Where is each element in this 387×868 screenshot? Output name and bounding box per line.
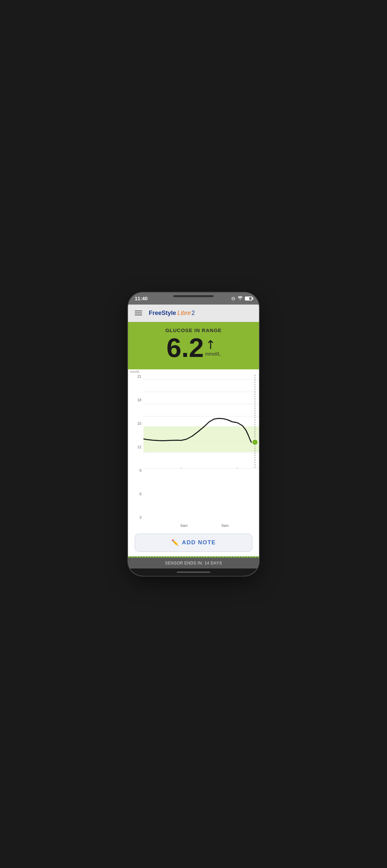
sensor-bar-pattern [128,556,259,558]
y-tick-9: 9 [128,469,144,472]
add-note-button[interactable]: ✏️ ADD NOTE [135,533,252,552]
sensor-status-text: SENSOR ENDS IN: 14 DAYS [165,561,222,565]
chart-container: mmol/L 21 18 15 12 9 6 3 [128,369,259,530]
add-note-label: ADD NOTE [182,539,216,546]
glucose-value-row: 6.2 ↗ mmol/L [135,335,252,361]
y-tick-21: 21 [128,375,144,378]
phone-notch [173,295,214,297]
y-tick-12: 12 [128,445,144,449]
pencil-icon: ✏️ [171,539,179,546]
svg-rect-7 [144,426,259,452]
phone-screen: 11:40 ⊖ [128,292,259,576]
glucose-trend-arrow: ↗ [202,337,218,352]
y-tick-18: 18 [128,398,144,402]
glucose-label: GLUCOSE IN RANGE [135,328,252,333]
app-header: FreeStyle Libre 2 [128,305,259,322]
glucose-value: 6.2 [166,335,204,361]
y-tick-3: 3 [128,516,144,520]
logo-freestyle: FreeStyle [149,310,176,317]
glucose-unit: mmol/L [205,351,221,356]
status-bar: 11:40 ⊖ [128,292,259,305]
y-tick-15: 15 [128,422,144,426]
chart-y-unit: mmol/L [130,370,140,373]
chart-x-labels: 6am 9am [144,524,259,528]
status-icons: ⊖ [231,296,252,302]
home-indicator [128,568,259,576]
add-note-section: ✏️ ADD NOTE [128,530,259,556]
logo-libre: Libre [177,310,191,317]
hamburger-menu-icon[interactable] [133,309,144,317]
status-time: 11:40 [135,296,147,301]
phone-frame: 11:40 ⊖ [128,292,259,576]
home-indicator-bar [177,571,210,573]
chart-y-labels: 21 18 15 12 9 6 3 [128,375,144,520]
battery-icon [245,297,252,301]
glucose-banner: GLUCOSE IN RANGE 6.2 ↗ mmol/L [128,322,259,369]
logo-2: 2 [191,310,195,317]
glucose-chart-svg [144,375,259,469]
svg-point-9 [252,439,258,445]
do-not-disturb-icon: ⊖ [231,296,236,302]
wifi-icon [238,296,243,301]
y-tick-6: 6 [128,492,144,496]
app-logo: FreeStyle Libre 2 [149,310,195,317]
x-tick-6am: 6am [180,524,187,528]
x-tick-9am: 9am [221,524,229,528]
sensor-bar: SENSOR ENDS IN: 14 DAYS [128,556,259,568]
